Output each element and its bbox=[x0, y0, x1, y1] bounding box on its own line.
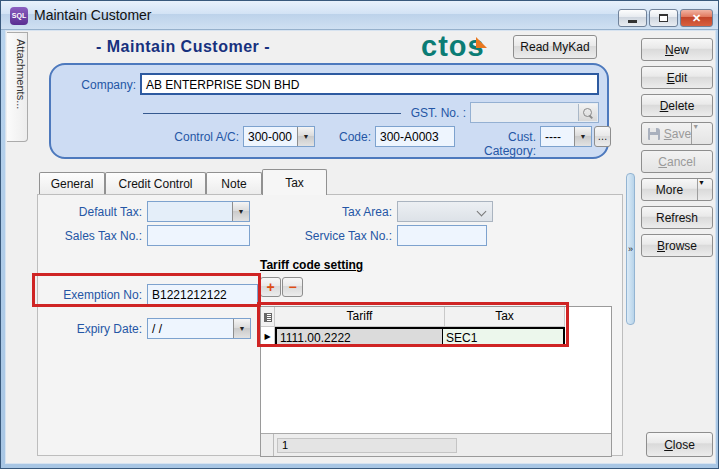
tab-general[interactable]: General bbox=[39, 172, 105, 194]
ellipsis-icon: … bbox=[598, 131, 608, 142]
chevron-down-icon[interactable]: ▼ bbox=[232, 202, 249, 221]
service-tax-no-input[interactable] bbox=[397, 225, 487, 246]
minus-icon: − bbox=[288, 279, 296, 295]
collapse-splitter[interactable]: » bbox=[626, 173, 635, 325]
app-icon: SQL bbox=[10, 7, 28, 25]
window-title: Maintain Customer bbox=[34, 7, 152, 23]
floppy-disk-icon bbox=[648, 128, 660, 140]
close-button[interactable]: Close bbox=[646, 432, 713, 457]
cancel-button: Cancel bbox=[641, 150, 713, 173]
maximize-icon bbox=[659, 14, 668, 22]
logo-accent-icon bbox=[476, 37, 487, 48]
sales-tax-no-input[interactable] bbox=[147, 225, 250, 246]
tariff-grid: Tariff Tax ▶ 1111.00.2222 SEC1 1 bbox=[260, 306, 612, 457]
grid-selector-header[interactable] bbox=[261, 307, 275, 327]
double-chevron-icon: » bbox=[628, 244, 633, 254]
titlebar[interactable]: SQL Maintain Customer ✕ bbox=[1, 1, 719, 30]
code-label: Code: bbox=[319, 130, 371, 144]
tab-credit-control[interactable]: Credit Control bbox=[105, 172, 206, 194]
cust-category-label: Cust. Category: bbox=[453, 130, 536, 158]
code-input[interactable]: 300-A0003 bbox=[375, 126, 455, 147]
cell-tariff[interactable]: 1111.00.2222 bbox=[277, 329, 443, 345]
grid-footer-selector bbox=[261, 434, 274, 456]
chevron-down-icon bbox=[477, 207, 487, 217]
browse-button[interactable]: Browse bbox=[641, 234, 713, 257]
cust-category-browse-button[interactable]: … bbox=[594, 126, 611, 147]
row-marker-icon: ▶ bbox=[261, 327, 275, 347]
tab-tax[interactable]: Tax bbox=[262, 169, 327, 195]
search-icon bbox=[583, 108, 593, 118]
control-ac-label: Control A/C: bbox=[81, 130, 239, 144]
chevron-down-icon[interactable]: ▼ bbox=[574, 127, 591, 146]
tax-area-select[interactable] bbox=[397, 201, 493, 222]
column-header-tax[interactable]: Tax bbox=[445, 307, 565, 327]
default-tax-combo[interactable]: ▼ bbox=[147, 201, 250, 222]
page-title: - Maintain Customer - bbox=[96, 38, 270, 56]
remove-tariff-button[interactable]: − bbox=[282, 277, 303, 297]
minimize-icon bbox=[628, 20, 637, 23]
grid-header: Tariff Tax bbox=[261, 307, 611, 327]
close-window-button[interactable]: ✕ bbox=[680, 9, 713, 27]
tax-tab-page: Default Tax: ▼ Tax Area: Sales Tax No.: … bbox=[37, 194, 623, 456]
tax-area-label: Tax Area: bbox=[268, 205, 392, 219]
refresh-button[interactable]: Refresh bbox=[641, 206, 713, 229]
cust-category-combo[interactable]: ---- ▼ bbox=[540, 126, 592, 147]
cell-tax[interactable]: SEC1 bbox=[443, 329, 563, 345]
maximize-button[interactable] bbox=[649, 9, 678, 27]
company-input[interactable]: AB ENTERPRISE SDN BHD bbox=[140, 73, 599, 95]
save-button: Save ▼ bbox=[641, 122, 713, 145]
table-row[interactable]: ▶ 1111.00.2222 SEC1 bbox=[261, 327, 611, 347]
service-tax-no-label: Service Tax No.: bbox=[268, 229, 392, 243]
chevron-down-icon[interactable]: ▼ bbox=[233, 319, 250, 338]
customer-info-panel: Company: AB ENTERPRISE SDN BHD GST. No. … bbox=[49, 63, 609, 159]
new-button[interactable]: New bbox=[641, 38, 713, 61]
column-header-tariff[interactable]: Tariff bbox=[275, 307, 445, 327]
expiry-date-combo[interactable]: / / ▼ bbox=[147, 318, 251, 339]
ctos-logo: ctos bbox=[421, 30, 485, 63]
tariff-code-setting-heading: Tariff code setting bbox=[260, 258, 363, 272]
default-tax-label: Default Tax: bbox=[38, 205, 142, 219]
edit-button[interactable]: Edit bbox=[641, 66, 713, 89]
company-label: Company: bbox=[51, 78, 136, 92]
exemption-no-input[interactable]: B1221212122 bbox=[147, 284, 258, 305]
grid-footer: 1 bbox=[261, 433, 611, 456]
exemption-no-label: Exemption No: bbox=[38, 288, 142, 302]
delete-button[interactable]: Delete bbox=[641, 94, 713, 117]
maintain-customer-window: SQL Maintain Customer ✕ Attachments... -… bbox=[0, 0, 719, 469]
more-dropdown-button[interactable]: ▼ bbox=[697, 179, 712, 200]
save-dropdown-button: ▼ bbox=[691, 123, 706, 144]
more-button[interactable]: More ▼ bbox=[641, 178, 713, 201]
chevron-down-icon[interactable]: ▼ bbox=[297, 127, 314, 146]
company-line2-input[interactable] bbox=[143, 113, 401, 114]
sales-tax-no-label: Sales Tax No.: bbox=[38, 229, 142, 243]
gst-no-input[interactable] bbox=[470, 102, 599, 123]
grid-menu-icon bbox=[264, 313, 272, 322]
control-ac-combo[interactable]: 300-000 ▼ bbox=[243, 126, 315, 147]
gst-no-label: GST. No. : bbox=[381, 106, 466, 120]
grid-record-count: 1 bbox=[277, 438, 457, 453]
add-tariff-button[interactable]: + bbox=[260, 277, 281, 297]
close-icon: ✕ bbox=[692, 12, 701, 25]
attachments-side-tab[interactable]: Attachments... bbox=[7, 32, 28, 142]
read-mykad-button[interactable]: Read MyKad bbox=[513, 35, 597, 59]
expiry-date-label: Expiry Date: bbox=[38, 322, 142, 336]
tab-note[interactable]: Note bbox=[206, 172, 262, 194]
minimize-button[interactable] bbox=[618, 9, 647, 27]
gst-search-button[interactable] bbox=[578, 104, 597, 121]
plus-icon: + bbox=[266, 279, 274, 295]
